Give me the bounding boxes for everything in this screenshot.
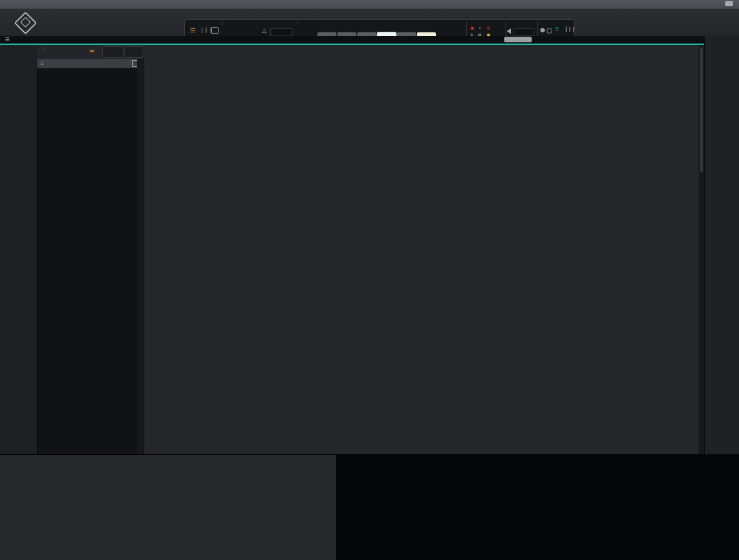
left-monitor-strip xyxy=(0,45,38,454)
global-record-indicator[interactable] xyxy=(471,27,474,30)
global-input-indicator[interactable]: I xyxy=(479,26,481,30)
metronome-icon[interactable]: △ xyxy=(262,27,266,34)
click-level-value[interactable] xyxy=(270,28,293,36)
view-monitor-icon[interactable] xyxy=(211,27,219,34)
export-clip-button[interactable] xyxy=(504,37,532,42)
mixer-window xyxy=(0,454,336,560)
speaker-icon xyxy=(507,28,513,34)
ua-logo-icon xyxy=(14,12,37,35)
desktop-wallpaper xyxy=(336,454,739,560)
timeline-area[interactable] xyxy=(144,45,699,454)
workflow-dot2-icon[interactable] xyxy=(547,28,552,34)
feedback-icon[interactable] xyxy=(725,1,733,6)
workflow-lanes-icon[interactable]: ≡ xyxy=(555,26,559,32)
control-room-panel xyxy=(704,36,739,454)
workflow-mixer-icon[interactable]: ❘❘❘ xyxy=(564,26,575,32)
monitor-level-value[interactable] xyxy=(514,28,534,36)
global-loop-indicator[interactable] xyxy=(487,27,490,30)
view-columns-icon[interactable]: ❘❘❘ xyxy=(200,27,212,33)
scrollbar-thumb[interactable] xyxy=(700,47,703,172)
view-list-icon[interactable]: ☰ xyxy=(190,27,195,34)
track-list xyxy=(37,0,144,454)
luna-app-window: ☰ ❘❘❘ △ xyxy=(0,0,739,560)
workflow-dot1-icon[interactable] xyxy=(540,28,545,32)
menu-hamburger-icon[interactable]: ☰ xyxy=(5,37,9,42)
vertical-scrollbar[interactable] xyxy=(699,45,704,454)
